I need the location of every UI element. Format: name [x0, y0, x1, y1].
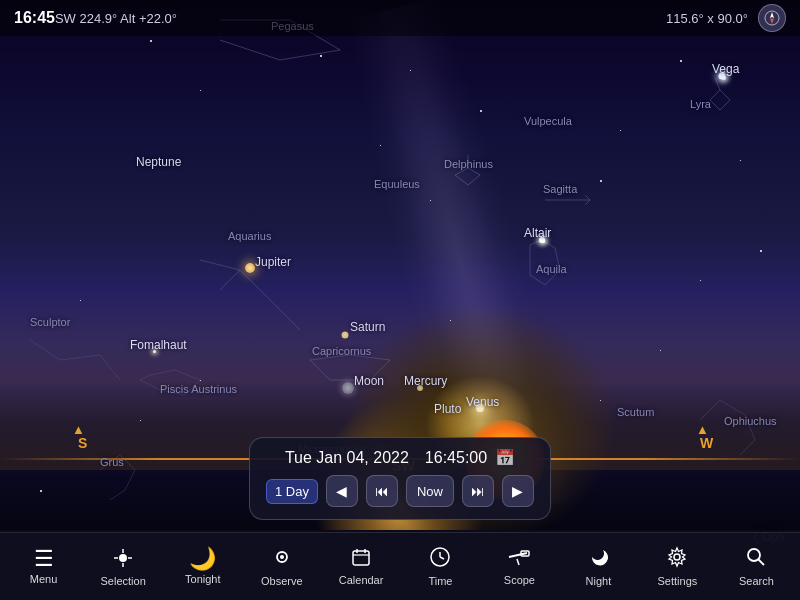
- star: [480, 110, 482, 112]
- time-label: Time: [428, 575, 452, 587]
- tonight-label: Tonight: [185, 573, 220, 585]
- scope-icon: [507, 547, 531, 571]
- fomalhaut-star: [153, 350, 156, 353]
- vega-dot: [719, 73, 726, 80]
- time-icon: [429, 546, 451, 572]
- svg-rect-13: [353, 551, 369, 565]
- nav-menu[interactable]: ☰ Menu: [14, 542, 74, 591]
- settings-label: Settings: [658, 575, 698, 587]
- observe-icon: [271, 546, 293, 572]
- star: [760, 250, 762, 252]
- calendar-label: Calendar: [339, 574, 384, 586]
- star: [450, 320, 451, 321]
- jupiter-label: Jupiter: [255, 255, 291, 269]
- skip-forward-button[interactable]: ⏭: [462, 475, 494, 507]
- step-selector[interactable]: 1 Day: [266, 479, 318, 504]
- neptune-label: Neptune: [136, 155, 181, 169]
- scope-label: Scope: [504, 574, 535, 586]
- west-label: W: [700, 435, 713, 451]
- night-icon: [588, 546, 608, 572]
- jupiter-dot: [245, 263, 255, 273]
- coordinates-display: SW 224.9° Alt +22.0°: [55, 11, 177, 26]
- sculptor-label: Sculptor: [30, 316, 70, 328]
- star: [660, 350, 661, 351]
- nav-tonight[interactable]: 🌙 Tonight: [173, 542, 233, 591]
- nav-calendar[interactable]: Calendar: [331, 541, 392, 592]
- nav-scope[interactable]: Scope: [489, 541, 549, 592]
- settings-icon: [666, 546, 688, 572]
- tonight-icon: 🌙: [189, 548, 216, 570]
- svg-point-24: [748, 549, 760, 561]
- menu-icon: ☰: [34, 548, 54, 570]
- star: [700, 280, 701, 281]
- time-display: 16:45:00: [425, 449, 487, 467]
- saturn-dot: [342, 332, 349, 339]
- svg-line-22: [517, 559, 519, 565]
- bottom-navigation: ☰ Menu Selection 🌙 Tonight Observe: [0, 532, 800, 600]
- clock-display: 16:45: [14, 9, 55, 27]
- search-label: Search: [739, 575, 774, 587]
- compass-button[interactable]: [758, 4, 786, 32]
- selection-icon: [112, 547, 134, 572]
- lyra-label: Lyra: [690, 98, 711, 110]
- moon-dot: [342, 382, 354, 394]
- nav-settings[interactable]: Settings: [647, 540, 707, 593]
- nav-selection[interactable]: Selection: [93, 541, 154, 593]
- step-forward-button[interactable]: ▶: [502, 475, 534, 507]
- compass-icon: [764, 10, 780, 26]
- top-bar: 16:45 SW 224.9° Alt +22.0° 115.6° x 90.0…: [0, 0, 800, 36]
- star: [380, 145, 381, 146]
- star: [200, 380, 201, 381]
- star: [740, 160, 741, 161]
- star: [320, 55, 322, 57]
- svg-line-0: [220, 270, 240, 290]
- vega-label: Vega: [712, 62, 739, 76]
- nav-observe[interactable]: Observe: [252, 540, 312, 593]
- night-label: Night: [586, 575, 612, 587]
- nav-time[interactable]: Time: [410, 540, 470, 593]
- mercury-dot: [417, 385, 423, 391]
- now-button[interactable]: Now: [406, 475, 454, 507]
- star: [200, 90, 201, 91]
- svg-marker-4: [770, 12, 774, 18]
- fomalhaut-label: Fomalhaut: [130, 338, 187, 352]
- aquarius-label: Aquarius: [228, 230, 271, 242]
- svg-point-6: [119, 554, 127, 562]
- altair-dot: [539, 237, 545, 243]
- south-label: S: [78, 435, 87, 451]
- star: [40, 490, 42, 492]
- observe-label: Observe: [261, 575, 303, 587]
- nav-night[interactable]: Night: [568, 540, 628, 593]
- star: [410, 70, 411, 71]
- selection-label: Selection: [101, 575, 146, 587]
- step-back-button[interactable]: ◀: [326, 475, 358, 507]
- date-display: Tue Jan 04, 2022: [285, 449, 409, 467]
- svg-line-25: [759, 560, 765, 566]
- menu-label: Menu: [30, 573, 58, 585]
- svg-marker-5: [770, 18, 774, 24]
- svg-point-12: [280, 555, 284, 559]
- search-icon: [745, 546, 767, 572]
- nav-search[interactable]: Search: [726, 540, 786, 593]
- venus-dot: [476, 404, 485, 413]
- star: [600, 180, 602, 182]
- calendar-icon[interactable]: 📅: [495, 448, 515, 467]
- skip-back-button[interactable]: ⏮: [366, 475, 398, 507]
- calendar-nav-icon: [351, 547, 371, 571]
- star: [150, 40, 152, 42]
- star: [430, 200, 431, 201]
- svg-line-19: [440, 557, 444, 559]
- star: [680, 60, 682, 62]
- datetime-panel: Tue Jan 04, 2022 16:45:00 📅 1 Day ◀ ⏮ No…: [249, 437, 551, 520]
- star: [620, 130, 621, 131]
- svg-point-23: [674, 554, 680, 560]
- fov-display: 115.6° x 90.0°: [666, 11, 748, 26]
- star: [80, 300, 81, 301]
